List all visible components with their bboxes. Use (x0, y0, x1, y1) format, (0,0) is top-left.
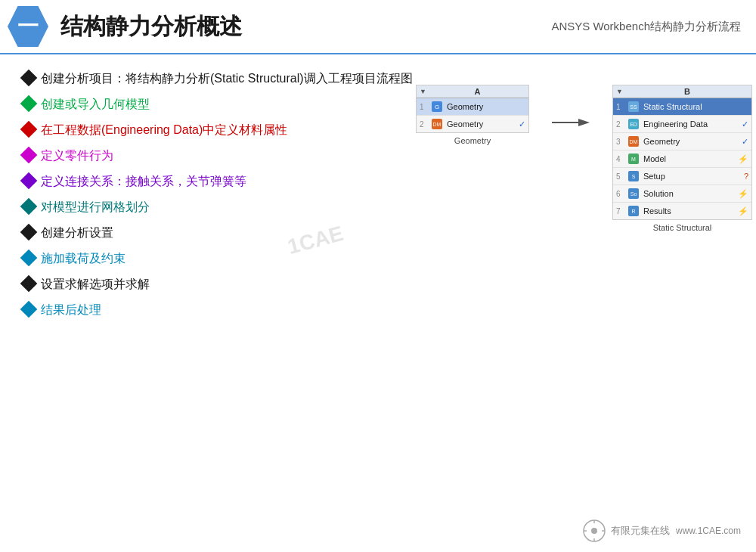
wb-row: 2 ED Engineering Data ✓ (613, 116, 751, 133)
page-subtitle: ANSYS Workbench结构静力分析流程 (551, 20, 741, 34)
svg-marker-5 (578, 119, 590, 126)
row-label: Results (643, 206, 735, 216)
row-status: ⚡ (738, 154, 748, 164)
bullet-text: 创建或导入几何模型 (41, 95, 416, 113)
bullet-text: 对模型进行网格划分 (41, 198, 416, 216)
block-a-caption: Geometry (416, 136, 529, 145)
footer-logo: 有限元集在线 (582, 519, 670, 543)
section-icon: 一 (8, 6, 48, 47)
section-number: 一 (17, 12, 39, 41)
block-a-header: A (429, 87, 525, 96)
row-label: Solution (643, 189, 735, 198)
svg-text:S: S (632, 174, 636, 179)
setup-icon: S (627, 169, 640, 183)
row-status: ✓ (742, 119, 748, 129)
svg-text:R: R (631, 209, 635, 214)
svg-text:DM: DM (433, 122, 442, 127)
list-item: 在工程数据(Engineering Data)中定义材料属性 (23, 121, 416, 139)
row-label: Engineering Data (643, 119, 739, 129)
list-item: 创建分析项目：将结构静力分析(Static Structural)调入工程项目流… (23, 70, 416, 88)
row-status: ⚡ (738, 206, 748, 216)
wb-block-structural: ▼ B 1 SS Static Structural (612, 85, 752, 232)
dm-icon: DM (627, 135, 640, 148)
wb-row: 1 G Geometry (417, 98, 528, 116)
bullet-diamond (20, 301, 38, 318)
bullet-text: 在工程数据(Engineering Data)中定义材料属性 (41, 121, 416, 139)
bullet-diamond (20, 121, 38, 138)
bullet-text: 创建分析项目：将结构静力分析(Static Structural)调入工程项目流… (41, 70, 416, 88)
row-num: 7 (616, 207, 627, 216)
row-label: Model (643, 154, 735, 163)
svg-text:M: M (631, 157, 636, 162)
structural-icon: SS (627, 100, 640, 113)
svg-text:SS: SS (630, 104, 637, 110)
bullet-text: 设置求解选项并求解 (41, 275, 416, 293)
geo-icon: G (430, 100, 444, 113)
bullet-diamond (20, 70, 38, 87)
row-label: Geometry (447, 102, 525, 111)
bullet-diamond (20, 275, 38, 293)
list-item: 对模型进行网格划分 (23, 198, 416, 216)
svg-text:G: G (435, 104, 439, 110)
row-num: 5 (616, 172, 627, 181)
svg-text:DM: DM (630, 139, 638, 144)
wb-row: 1 SS Static Structural (613, 98, 751, 116)
bullet-text: 创建分析设置 (41, 224, 416, 242)
bullet-diamond (20, 147, 38, 164)
wb-row: 2 DM Geometry ✓ (417, 116, 528, 132)
bullet-diamond (20, 198, 38, 216)
page-footer: 有限元集在线 www.1CAE.com (582, 519, 741, 543)
bullet-text: 结果后处理 (41, 301, 416, 319)
row-num: 1 (616, 103, 627, 111)
row-num: 1 (420, 103, 430, 111)
list-item: 定义连接关系：接触关系，关节弹簧等 (23, 172, 416, 191)
wb-block-b: ▼ B 1 SS Static Structural (612, 85, 752, 220)
wb-blocks-container: ▼ A 1 G Geometry (416, 85, 741, 232)
row-label: Setup (643, 172, 741, 181)
workbench-diagram: ▼ A 1 G Geometry (416, 85, 741, 232)
bullet-diamond (20, 224, 38, 241)
page-title: 结构静力分析概述 (60, 11, 551, 42)
row-label: Geometry (643, 137, 739, 146)
list-item: 定义零件行为 (23, 147, 416, 165)
list-item: 创建分析设置 (23, 224, 416, 242)
page-header: 一 结构静力分析概述 ANSYS Workbench结构静力分析流程 (0, 0, 756, 54)
dm-icon: DM (430, 117, 444, 131)
wb-row: 4 M Model ⚡ (613, 150, 751, 168)
model-icon: M (627, 152, 640, 166)
footer-brand: 有限元集在线 (611, 524, 670, 538)
svg-text:ED: ED (630, 122, 637, 127)
bullet-diamond (20, 172, 38, 190)
connection-arrow (552, 115, 590, 130)
wb-row: 5 S Setup ? (613, 168, 751, 185)
list-item: 结果后处理 (23, 301, 416, 319)
engdata-icon: ED (627, 117, 640, 131)
row-status: ? (744, 172, 748, 181)
main-content: 创建分析项目：将结构静力分析(Static Structural)调入工程项目流… (0, 54, 756, 334)
bullet-text: 定义零件行为 (41, 147, 416, 165)
bullet-text: 定义连接关系：接触关系，关节弹簧等 (41, 172, 416, 191)
row-label: Static Structural (643, 102, 748, 111)
row-label: Geometry (447, 119, 516, 129)
row-status: ⚡ (738, 189, 748, 199)
row-status: ✓ (742, 137, 748, 147)
wb-row: 3 DM Geometry ✓ (613, 133, 751, 150)
results-icon: R (627, 204, 640, 218)
block-b-caption: Static Structural (612, 223, 752, 232)
row-num: 4 (616, 155, 627, 163)
bullet-diamond (20, 95, 38, 113)
row-num: 3 (616, 138, 627, 146)
svg-text:So: So (631, 191, 637, 197)
row-num: 2 (420, 120, 430, 129)
row-num: 6 (616, 190, 627, 198)
brand-icon (582, 519, 606, 543)
bullet-diamond (20, 250, 38, 267)
solution-icon: So (627, 187, 640, 200)
list-item: 施加载荷及约束 (23, 250, 416, 268)
wb-block-geometry: ▼ A 1 G Geometry (416, 85, 529, 145)
list-item: 设置求解选项并求解 (23, 275, 416, 293)
wb-row: 6 So Solution ⚡ (613, 185, 751, 203)
footer-url: www.1CAE.com (676, 526, 741, 536)
bullet-text: 施加载荷及约束 (41, 250, 416, 268)
bullets-list: 创建分析项目：将结构静力分析(Static Structural)调入工程项目流… (23, 70, 416, 319)
